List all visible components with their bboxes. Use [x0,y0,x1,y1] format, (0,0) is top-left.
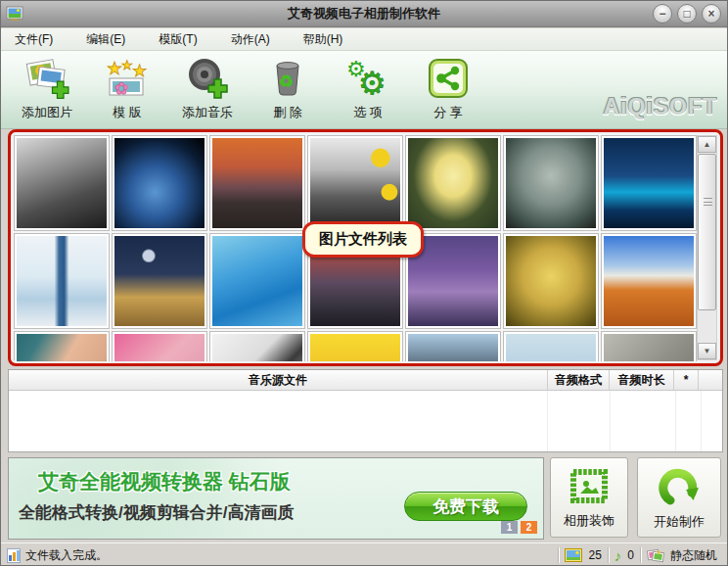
window-title: 艾奇视频电子相册制作软件 [1,5,727,23]
toolbar: 添加图片 ★ ★ ★ ✿ 模 版 [1,51,727,129]
status-message: 文件载入完成。 [25,547,108,564]
music-table-body[interactable] [9,391,722,451]
thumbnail-harbour-bridge-night[interactable] [602,136,696,230]
status-bar: 文件载入完成。 25 ♪ 0 ★ 静态随机 [1,542,727,566]
menu-help[interactable]: 帮助(H) [299,29,347,50]
column-divider [610,391,611,451]
music-count: 0 [627,548,634,562]
thumbnail-girl-reading-paper[interactable] [210,332,304,361]
svg-text:★: ★ [132,62,147,80]
maximize-button[interactable]: □ [677,4,697,24]
image-list-panel: ▲ ▼ 图片文件列表 [13,134,718,361]
scrollbar-grip [704,198,712,206]
mode-label[interactable]: 静态随机 [670,547,717,564]
scroll-up-icon[interactable]: ▲ [698,136,716,153]
thumbnail-eiffel-tower-bw[interactable] [15,136,109,230]
svg-text:★: ★ [107,59,122,78]
thumbnail-beach-sky[interactable] [504,332,598,361]
thumbnail-zen-stones-flowers[interactable] [308,136,402,230]
free-download-button[interactable]: 免费下载 [404,492,527,521]
add-music-label: 添加音乐 [182,104,233,121]
thumbnail-colosseum-night[interactable] [113,234,206,328]
album-decorate-button[interactable]: 相册装饰 [550,457,628,538]
status-separator [558,547,559,563]
album-decorate-label: 相册装饰 [564,512,614,530]
thumbnail-koala[interactable] [602,332,696,361]
menu-template[interactable]: 模版(T) [155,29,201,50]
share-icon [426,55,471,102]
add-music-button[interactable]: 添加音乐 [167,55,248,125]
svg-text:✿: ✿ [114,79,128,98]
column-divider [547,391,548,451]
thumbnail-water-splash-wave[interactable] [210,234,304,328]
status-separator [608,547,609,563]
image-count-icon [565,548,582,562]
image-list-highlight: ▲ ▼ 图片文件列表 [8,129,723,366]
ad-banner[interactable]: 艾奇全能视频转换器 钻石版 全能格式转换/视频剪辑合并/高清画质 免费下载 1 … [8,457,544,540]
options-label: 选 项 [353,104,383,121]
add-images-label: 添加图片 [22,104,72,121]
start-make-button[interactable]: 开始制作 [637,457,721,538]
mode-photos-icon: ★ [647,548,664,563]
thumbnail-eiffel-tower-blue-art[interactable] [15,234,109,328]
options-button[interactable]: ⚙ ⚙ 选 项 [328,55,408,125]
minimize-button[interactable]: − [653,4,672,24]
ad-pager: 1 2 [501,521,537,534]
status-chart-icon [7,548,22,563]
share-label: 分 享 [433,104,463,121]
start-make-icon [657,464,702,509]
scrollbar-thumb[interactable] [698,154,716,310]
share-button[interactable]: 分 享 [408,55,488,125]
music-note-icon: ♪ [614,547,622,564]
thumbnail-ferris-wheel[interactable] [504,136,598,230]
svg-text:⚙: ⚙ [358,66,387,101]
image-list-tooltip: 图片文件列表 [302,221,424,258]
aiqisoft-logo: AiQiSOFT [603,94,717,120]
svg-text:★: ★ [121,58,133,72]
close-button[interactable]: × [702,4,721,24]
column-divider [675,391,676,451]
delete-label: 删 除 [273,104,302,121]
thumbnail-woman-in-pink[interactable] [113,332,206,361]
album-decorate-icon [568,465,611,508]
add-images-icon [23,55,70,102]
thumbnail-yellow-tulips[interactable] [308,332,402,361]
menu-file[interactable]: 文件(F) [11,29,57,50]
ad-title: 艾奇全能视频转换器 钻石版 [38,468,291,495]
svg-text:★: ★ [657,549,661,555]
template-label: 模 版 [113,104,142,121]
add-images-button[interactable]: 添加图片 [7,55,87,125]
options-icon: ⚙ ⚙ [344,55,391,102]
thumbnail-king-penguins[interactable] [406,332,500,361]
column-audio-duration: 音频时长 [610,370,674,390]
ad-page-2[interactable]: 2 [521,521,537,534]
thumbnail-stonehenge-sunset[interactable] [210,136,304,230]
status-separator [640,547,641,563]
delete-button[interactable]: ♻ 删 除 [248,55,328,125]
thumbnail-eiffel-tower-sepia[interactable] [504,234,598,328]
column-asterisk: * [674,370,699,390]
column-music-source: 音乐源文件 [9,370,548,390]
menu-edit[interactable]: 编辑(E) [82,29,129,50]
thumbnail-face-closeup[interactable] [15,332,109,361]
music-table: 音乐源文件 音频格式 音频时长 * [8,369,723,452]
start-make-label: 开始制作 [654,513,705,531]
music-table-header: 音乐源文件 音频格式 音频时长 * [9,370,722,391]
thumbnail-duckling[interactable] [406,136,500,230]
app-window: 艾奇视频电子相册制作软件 − □ × 文件(F) 编辑(E) 模版(T) 动作(… [0,0,728,566]
image-count: 25 [588,548,601,562]
ad-subtitle: 全能格式转换/视频剪辑合并/高清画质 [19,501,294,524]
scroll-down-icon[interactable]: ▼ [698,343,716,359]
column-audio-format: 音频格式 [548,370,610,390]
title-bar: 艾奇视频电子相册制作软件 − □ × [1,1,727,27]
template-button[interactable]: ★ ★ ★ ✿ 模 版 [87,55,167,125]
image-list-scrollbar[interactable]: ▲ ▼ [697,135,717,360]
thumbnail-monument-valley[interactable] [602,234,696,328]
column-divider [701,391,702,451]
ad-page-1[interactable]: 1 [501,521,518,534]
thumbnail-earth-from-space[interactable] [113,136,206,230]
delete-icon: ♻ [264,55,311,102]
svg-text:♻: ♻ [279,72,294,91]
menu-action[interactable]: 动作(A) [227,29,274,50]
add-music-icon [184,55,231,102]
